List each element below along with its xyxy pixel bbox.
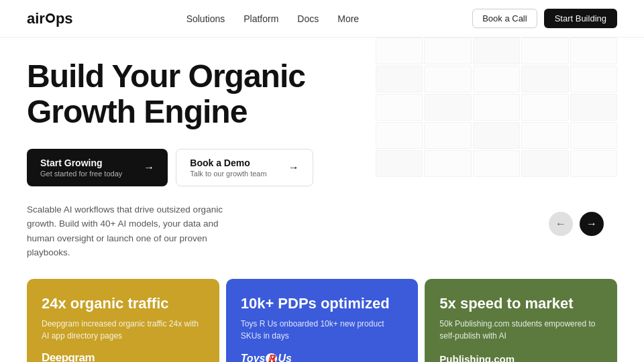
start-growing-sublabel: Get started for free today bbox=[40, 170, 122, 178]
card-toysrus: 10k+ PDPs optimized Toys R Us onboarded … bbox=[226, 279, 419, 362]
carousel-arrows: ← → bbox=[549, 212, 604, 236]
card-deepgram: 24x organic traffic Deepgram increased o… bbox=[27, 279, 219, 362]
start-building-button[interactable]: Start Building bbox=[544, 9, 617, 28]
hero-visual: ← → bbox=[376, 38, 617, 260]
hero-section: Build Your Organic Growth Engine Start G… bbox=[0, 59, 644, 260]
card-title-1: 24x organic traffic bbox=[42, 295, 205, 312]
logo-ring-icon bbox=[46, 13, 55, 23]
book-demo-label: Book a Demo bbox=[190, 158, 266, 168]
grid-mockup bbox=[376, 38, 617, 177]
navbar: air ps Solutions Platform Docs More Book… bbox=[0, 0, 644, 38]
hero-cta-row: Start Growing Get started for free today… bbox=[27, 149, 349, 186]
card-brand-2: ToysℝUs bbox=[241, 353, 404, 362]
book-demo-sublabel: Talk to our growth team bbox=[190, 170, 266, 178]
nav-more[interactable]: More bbox=[337, 13, 359, 24]
stats-cards: 24x organic traffic Deepgram increased o… bbox=[0, 279, 644, 362]
hero-content: Build Your Organic Growth Engine Start G… bbox=[27, 59, 349, 260]
arrow-right-icon: → bbox=[144, 162, 154, 174]
card-desc-1: Deepgram increased organic traffic 24x w… bbox=[42, 318, 205, 342]
card-title-3: 5x speed to market bbox=[439, 295, 602, 312]
nav-docs[interactable]: Docs bbox=[297, 13, 319, 24]
carousel-next-button[interactable]: → bbox=[580, 212, 604, 236]
logo: air ps bbox=[27, 10, 73, 27]
card-publishing: 5x speed to market 50k Publishing.com st… bbox=[425, 279, 617, 362]
nav-platform[interactable]: Platform bbox=[244, 13, 278, 24]
book-call-button[interactable]: Book a Call bbox=[472, 9, 537, 28]
hero-description: Scalable AI workflows that drive outsize… bbox=[27, 202, 241, 260]
carousel-prev-button[interactable]: ← bbox=[549, 212, 573, 236]
nav-solutions[interactable]: Solutions bbox=[186, 13, 225, 24]
start-growing-label: Start Growing bbox=[40, 158, 122, 168]
card-desc-3: 50k Publishing.com students empowered to… bbox=[439, 318, 602, 342]
card-brand-3: Publishing.com bbox=[439, 353, 602, 362]
nav-links: Solutions Platform Docs More bbox=[186, 13, 360, 24]
card-desc-2: Toys R Us onboarded 10k+ new product SKU… bbox=[241, 318, 404, 342]
hero-title: Build Your Organic Growth Engine bbox=[27, 59, 349, 130]
arrow-right-icon-2: → bbox=[288, 162, 299, 174]
nav-actions: Book a Call Start Building bbox=[472, 9, 617, 28]
book-demo-button[interactable]: Book a Demo Talk to our growth team → bbox=[176, 149, 313, 186]
card-title-2: 10k+ PDPs optimized bbox=[241, 295, 404, 312]
card-brand-1: Deepgram bbox=[42, 351, 205, 362]
start-growing-button[interactable]: Start Growing Get started for free today… bbox=[27, 149, 168, 186]
